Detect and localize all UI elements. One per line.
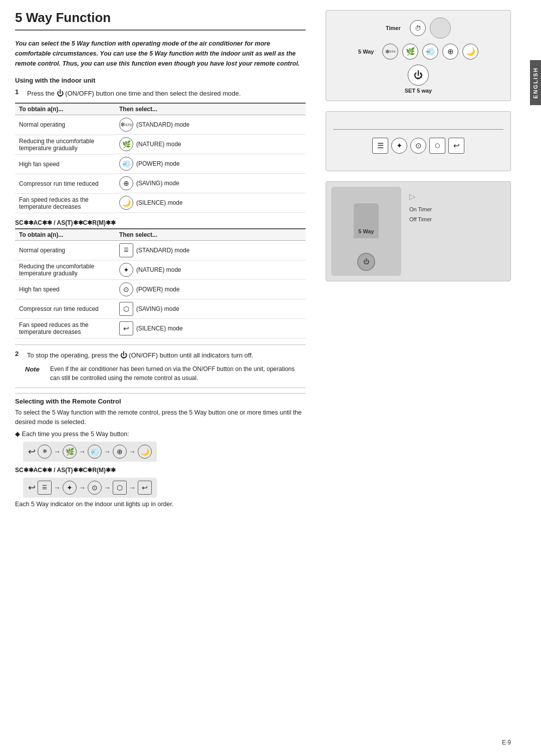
selecting-heading: Selecting with the Remote Control xyxy=(15,393,306,405)
p2-icon-5: ↩ xyxy=(448,138,464,154)
seq-nat-icon: 🌿 xyxy=(63,445,77,459)
timer-label: Timer xyxy=(386,25,406,31)
p2-icon-4: ⬡ xyxy=(429,138,445,154)
selecting-text: To select the 5 Way function with the re… xyxy=(15,408,306,427)
model-label-1: SC✱✱AC✱✱ / AS(T)✱✱C✱R(M)✱✱ xyxy=(15,219,306,226)
on-timer-btn: On Timer xyxy=(409,206,502,212)
mode-label-2: (NATURE) mode xyxy=(136,141,181,148)
power-icon-2: ⊙ xyxy=(119,282,133,296)
page-title: 5 Way Function xyxy=(15,10,306,31)
loop-arrow-icon: ↩ xyxy=(28,446,36,457)
table-row: Compressor run time reduced ⊕ (SAVING) m… xyxy=(15,174,306,193)
table-row: Reducing the uncomfortable temperature g… xyxy=(15,260,306,280)
obtain-1: Normal operating xyxy=(15,115,115,135)
mode-label-1: (STANDARD) mode xyxy=(136,121,189,128)
language-label: ENGLISH xyxy=(532,67,538,99)
mode-label2-4: (SAVING) mode xyxy=(136,305,179,312)
arrow-sequence-2: ↩ ☰ → ✦ → ⊙ → ⬡ → ↩ xyxy=(23,478,157,498)
set-5way-section: ⏻ SET 5 way xyxy=(405,65,432,94)
table-row: Normal operating ❄STD (STANDARD) mode xyxy=(15,115,306,135)
mode-table-2: To obtain a(n)... Then select... Normal … xyxy=(15,228,306,339)
mode-label2-1: (STANDARD) mode xyxy=(136,247,189,254)
panel-empty-1 xyxy=(430,18,451,39)
mode2-1: ☰ (STANDARD) mode xyxy=(115,241,306,260)
off-timer-btn: Off Timer xyxy=(409,216,502,222)
note-label: Note xyxy=(25,364,45,383)
mode-label-3: (POWER) mode xyxy=(136,160,180,167)
obtain2-5: Fan speed reduces as the temperature dec… xyxy=(15,319,115,338)
obtain2-4: Compressor run time reduced xyxy=(15,299,115,319)
table-row: Reducing the uncomfortable temperature g… xyxy=(15,135,306,154)
remote-buttons: ▷ On Timer Off Timer xyxy=(406,187,505,276)
table-row: Fan speed reduces as the temperature dec… xyxy=(15,193,306,213)
seq2-pow-icon: ⊙ xyxy=(88,481,102,495)
obtain-5: Fan speed reduces as the temperature dec… xyxy=(15,193,115,213)
mode-label-5: (SILENCE) mode xyxy=(136,199,183,206)
obtain-4: Compressor run time reduced xyxy=(15,174,115,193)
5way-icon-sav: ⊕ xyxy=(442,44,458,60)
seq-pow-icon: 💨 xyxy=(88,445,102,459)
mode-2: 🌿 (NATURE) mode xyxy=(115,135,306,154)
mode-5: 🌙 (SILENCE) mode xyxy=(115,193,306,213)
table-row: Fan speed reduces as the temperature dec… xyxy=(15,319,306,338)
each-text: Each 5 Way indicator on the indoor unit … xyxy=(15,501,306,508)
remote-body: 5 Way ⏻ xyxy=(331,187,401,276)
obtain2-2: Reducing the uncomfortable temperature g… xyxy=(15,260,115,280)
mode-table-1: To obtain a(n)... Then select... Normal … xyxy=(15,103,306,213)
saving-icon-2: ⬡ xyxy=(119,302,133,316)
5way-label: 5 Way xyxy=(358,49,378,55)
obtain2-1: Normal operating xyxy=(15,240,115,260)
5way-icon-pow: 💨 xyxy=(422,44,438,60)
mode2-3: ⊙ (POWER) mode xyxy=(115,280,306,299)
5way-icon-sil: 🌙 xyxy=(462,44,478,60)
page-number: E·9 xyxy=(502,739,511,746)
table-row: Normal operating ☰ (STANDARD) mode xyxy=(15,240,306,260)
seq2-sav-icon: ⬡ xyxy=(113,481,127,495)
seq2-std-icon: ☰ xyxy=(38,481,52,495)
mode-label2-3: (POWER) mode xyxy=(136,286,180,293)
panel-2: ☰ ✦ ⊙ ⬡ ↩ xyxy=(326,111,511,171)
bullet-text: ◆ Each time you press the 5 Way button: xyxy=(15,430,306,438)
standard-icon-1: ❄STD xyxy=(119,118,133,132)
table2-col2: Then select... xyxy=(115,229,306,241)
model-label-2: SC✱✱AC✱✱ / AS(T)✱✱C✱R(M)✱✱ xyxy=(15,467,306,474)
5way-icon-nat: 🌿 xyxy=(402,44,418,60)
p2-icon-1: ☰ xyxy=(372,138,388,154)
silence-icon-2: ↩ xyxy=(119,321,133,335)
obtain2-3: High fan speed xyxy=(15,280,115,299)
nature-icon-2: ✦ xyxy=(119,263,133,277)
loop-arrow-icon-2: ↩ xyxy=(28,482,36,493)
mode-3: 💨 (POWER) mode xyxy=(115,154,306,174)
panel-1: Timer ⏱ 5 Way ❄STD 🌿 💨 ⊕ 🌙 ⏻ SET 5 way xyxy=(326,10,511,101)
mode-label2-5: (SILENCE) mode xyxy=(136,325,183,332)
set-power-icon: ⏻ xyxy=(408,65,429,86)
mode2-5: ↩ (SILENCE) mode xyxy=(115,319,306,338)
intro-text: You can select the 5 Way function with o… xyxy=(15,39,306,69)
section-heading-indoor: Using with the indoor unit xyxy=(15,77,306,84)
step-2: 2 To stop the operating, press the ⏻ (ON… xyxy=(15,350,306,360)
5way-icon-std: ❄STD xyxy=(382,44,398,60)
saving-icon-1: ⊕ xyxy=(119,176,133,190)
seq2-sil-icon: ↩ xyxy=(138,481,152,495)
seq-sil-icon: 🌙 xyxy=(138,445,152,459)
table-row: High fan speed 💨 (POWER) mode xyxy=(15,154,306,174)
step-1: 1 Press the ⏻ (ON/OFF) button one time a… xyxy=(15,88,306,99)
table1-col1: To obtain a(n)... xyxy=(15,103,115,115)
p2-icon-3: ⊙ xyxy=(410,138,426,154)
mode-label-4: (SAVING) mode xyxy=(136,180,179,187)
table-row: Compressor run time reduced ⬡ (SAVING) m… xyxy=(15,299,306,319)
mode2-2: ✦ (NATURE) mode xyxy=(115,260,306,280)
seq-sav-icon: ⊕ xyxy=(113,445,127,459)
seq-std-icon: ❄ xyxy=(38,445,52,459)
mode-4: ⊕ (SAVING) mode xyxy=(115,174,306,193)
set-5way-label: SET 5 way xyxy=(405,88,432,94)
mode2-4: ⬡ (SAVING) mode xyxy=(115,299,306,319)
table2-col1: To obtain a(n)... xyxy=(15,229,115,241)
left-column: 5 Way Function You can select the 5 Way … xyxy=(0,0,321,756)
note-block: Note Even if the air conditioner has bee… xyxy=(25,364,306,383)
power-icon-1: 💨 xyxy=(119,157,133,171)
right-column: Timer ⏱ 5 Way ❄STD 🌿 💨 ⊕ 🌙 ⏻ SET 5 way ☰ xyxy=(321,0,521,756)
language-tab: ENGLISH xyxy=(530,60,541,105)
standard-icon-2: ☰ xyxy=(119,243,133,257)
seq2-nat-icon: ✦ xyxy=(63,481,77,495)
